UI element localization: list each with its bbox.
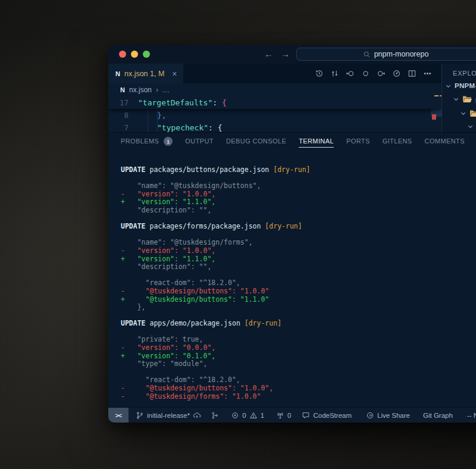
codestream-icon: [302, 411, 310, 420]
editor-actions: [315, 64, 441, 83]
tab-nx-json[interactable]: N nx.json 1, M ×: [108, 64, 183, 83]
warning-count: 1: [261, 412, 264, 419]
code-token: {: [222, 98, 227, 107]
panel-tab[interactable]: DEBUG CONSOLE: [226, 133, 286, 149]
ports-count: 0: [287, 412, 291, 419]
vim-mode-text: -- NORMAL: [467, 412, 476, 419]
minimap-error-mark: [432, 114, 436, 120]
split-editor-icon[interactable]: [408, 69, 416, 78]
remote-indicator[interactable]: ><: [108, 408, 129, 423]
circle-icon[interactable]: [361, 69, 370, 78]
panel-tab-label: GITLENS: [383, 137, 412, 145]
code-line: 8 },: [108, 109, 441, 121]
nx-file-icon: N: [115, 70, 120, 77]
code-token: :: [212, 98, 222, 107]
tab-label: nx.json 1, M: [124, 70, 164, 78]
next-change-icon[interactable]: [377, 69, 386, 78]
explorer-root-label: PNPM-MONOREPO: [455, 82, 476, 89]
live-share-icon: [366, 411, 374, 420]
vscode-window: ← → pnpm-monorepo N nx.json 1, M ×: [108, 45, 476, 423]
panel-tab-label: DEBUG CONSOLE: [226, 137, 286, 145]
run-circle-icon[interactable]: [392, 69, 401, 78]
editor-tabstrip: N nx.json 1, M ×: [108, 64, 441, 83]
line-number: 8: [108, 111, 138, 120]
indent-guide: [157, 109, 158, 121]
previous-change-icon[interactable]: [346, 69, 355, 78]
problems-count-badge: 1: [164, 137, 173, 146]
gitlens-status-item[interactable]: [211, 411, 219, 420]
titlebar: ← → pnpm-monorepo: [108, 45, 476, 64]
explorer-header: EXPLORER: [442, 64, 476, 77]
panel-tab[interactable]: COMMENTS: [425, 133, 465, 149]
warning-icon: [249, 411, 258, 420]
branch-status-item[interactable]: initial-release*: [136, 411, 201, 420]
terminal-output: UPDATE packages/buttons/package.json [dr…: [108, 149, 476, 401]
codestream-status-item[interactable]: CodeStream: [302, 411, 352, 420]
line-number: 7: [108, 123, 138, 132]
nav-back-button[interactable]: ←: [264, 48, 273, 60]
close-tab-icon[interactable]: ×: [172, 69, 177, 79]
chevron-down-icon: [453, 96, 459, 102]
explorer-sidebar: EXPLORER PNPM-MONOREPO packages: [441, 64, 476, 132]
panel-tab[interactable]: OUTPUT: [185, 133, 214, 149]
indent-guide: [148, 121, 148, 132]
panel-tab[interactable]: TERMINAL: [299, 133, 334, 149]
problems-status-item[interactable]: 0 1: [231, 411, 264, 420]
liveshare-label: Live Share: [377, 412, 410, 419]
close-window-button[interactable]: [119, 51, 126, 58]
search-icon: [363, 51, 371, 58]
minimize-window-button[interactable]: [131, 51, 138, 58]
more-actions-icon[interactable]: [423, 69, 432, 78]
panel-tab[interactable]: GITLENS: [383, 133, 412, 149]
ports-status-item[interactable]: 0: [276, 411, 291, 420]
breadcrumb-separator: ›: [156, 86, 158, 94]
error-count: 0: [242, 412, 246, 419]
explorer-root-folder[interactable]: PNPM-MONOREPO: [442, 82, 476, 89]
code-token: : {: [208, 123, 222, 132]
editor-pane: N nx.json › … 17 "targetDefaults": { 8 }…: [108, 83, 441, 132]
sticky-code-line: 17 "targetDefaults": {: [108, 96, 441, 109]
chevron-down-icon: [460, 110, 466, 117]
code-token: },: [138, 111, 167, 120]
error-icon: [231, 411, 239, 420]
code-line: 7 "typecheck": {: [108, 121, 441, 132]
panel-tabs: PROBLEMS 1 OUTPUT DEBUG CONSOLE TERMINAL: [108, 133, 476, 149]
indent-guide: [157, 121, 158, 132]
panel-tab[interactable]: PROBLEMS 1: [121, 133, 173, 149]
maximize-window-button[interactable]: [143, 51, 150, 58]
git-graph-status-item[interactable]: Git Graph: [423, 412, 453, 419]
git-branch-icon: [136, 411, 144, 420]
code-token: "typecheck": [138, 123, 208, 132]
breadcrumb-symbol[interactable]: …: [162, 86, 170, 94]
nav-forward-button[interactable]: →: [281, 48, 290, 60]
git-graph-label: Git Graph: [423, 412, 453, 419]
panel-tab-label: OUTPUT: [185, 137, 214, 145]
indent-guide: [148, 109, 148, 121]
cloud-upload-icon: [193, 411, 201, 420]
explorer-folder-row[interactable]: packages: [442, 95, 476, 104]
radio-tower-icon: [276, 411, 284, 420]
search-value: pnpm-monorepo: [374, 50, 429, 58]
liveshare-status-item[interactable]: Live Share: [366, 411, 410, 420]
breadcrumb: N nx.json › …: [108, 83, 441, 96]
compare-changes-icon[interactable]: [330, 69, 339, 78]
explorer-folder-row[interactable]: [442, 123, 476, 130]
panel-tab-label: TERMINAL: [299, 137, 334, 145]
desktop-background: { "colors": { "diff_red": "#e05752", "di…: [0, 0, 476, 469]
panel-tab-label: PORTS: [346, 137, 370, 145]
panel-tab[interactable]: PORTS: [346, 133, 370, 149]
window-controls: [119, 51, 150, 58]
codestream-label: CodeStream: [313, 412, 352, 419]
vim-mode-indicator: -- NORMAL: [467, 412, 476, 419]
commit-graph-icon: [211, 411, 219, 420]
explorer-folder-row[interactable]: [442, 109, 476, 118]
nx-file-icon: N: [120, 86, 125, 93]
statusbar: >< initial-release* 0 1 0 CodeStream Liv…: [108, 407, 476, 423]
chevron-down-icon: [445, 83, 452, 89]
breadcrumb-file[interactable]: nx.json: [129, 86, 152, 94]
history-icon[interactable]: [315, 69, 324, 78]
code-token: "targetDefaults": [138, 98, 212, 107]
command-center-search[interactable]: pnpm-monorepo: [296, 48, 476, 61]
branch-name: initial-release*: [147, 412, 190, 419]
panel-tab-label: PROBLEMS: [121, 137, 159, 145]
